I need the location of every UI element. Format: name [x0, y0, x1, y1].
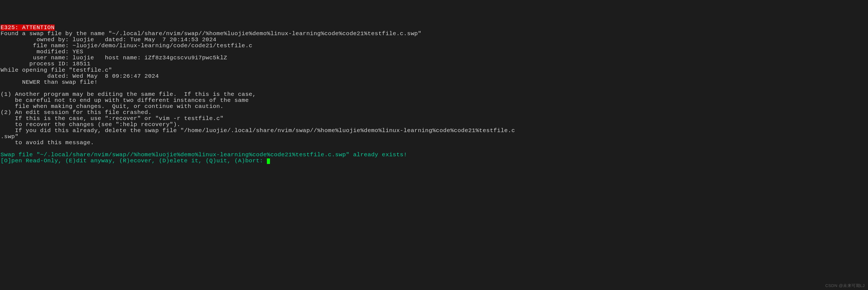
while-opening-message: While opening file "testfile.c"	[1, 67, 112, 73]
warning-2-line-2: If this is the case, use ":recover" or "…	[1, 115, 223, 122]
terminal-output: E325: ATTENTION Found a swap file by the…	[1, 25, 867, 164]
cursor[interactable]	[267, 158, 270, 164]
warning-1-line-3: file when making changes. Quit, or conti…	[1, 103, 223, 109]
file-name-info: file name: ~luojie/demo/linux-learning/c…	[1, 42, 252, 49]
warning-2-line-4: If you did this already, delete the swap…	[1, 127, 515, 134]
dated-info: dated: Wed May 8 09:26:47 2024	[1, 73, 159, 79]
action-prompt[interactable]: [O]pen Read-Only, (E)dit anyway, (R)ecov…	[1, 158, 267, 164]
warning-1-line-1: (1) Another program may be editing the s…	[1, 91, 256, 97]
warning-2-line-6: to avoid this message.	[1, 139, 94, 146]
warning-1-line-2: be careful not to end up with two differ…	[1, 97, 249, 103]
process-id-info: process ID: 18511	[1, 61, 91, 67]
owned-by-info: owned by: luojie dated: Tue May 7 20:14:…	[1, 36, 216, 43]
swap-exists-message: Swap file "~/.local/share/nvim/swap//%ho…	[1, 152, 407, 158]
found-swap-message: Found a swap file by the name "~/.local/…	[1, 31, 422, 37]
modified-info: modified: YES	[1, 49, 83, 55]
warning-2-line-1: (2) An edit session for this file crashe…	[1, 109, 152, 116]
newer-warning: NEWER than swap file!	[1, 79, 98, 86]
warning-2-line-3: to recover the changes (see ":help recov…	[1, 121, 180, 128]
error-code: E325: ATTENTION	[1, 25, 55, 31]
user-host-info: user name: luojie host name: iZf8z34gcsc…	[1, 55, 227, 61]
warning-2-line-5: .swp"	[1, 133, 19, 140]
